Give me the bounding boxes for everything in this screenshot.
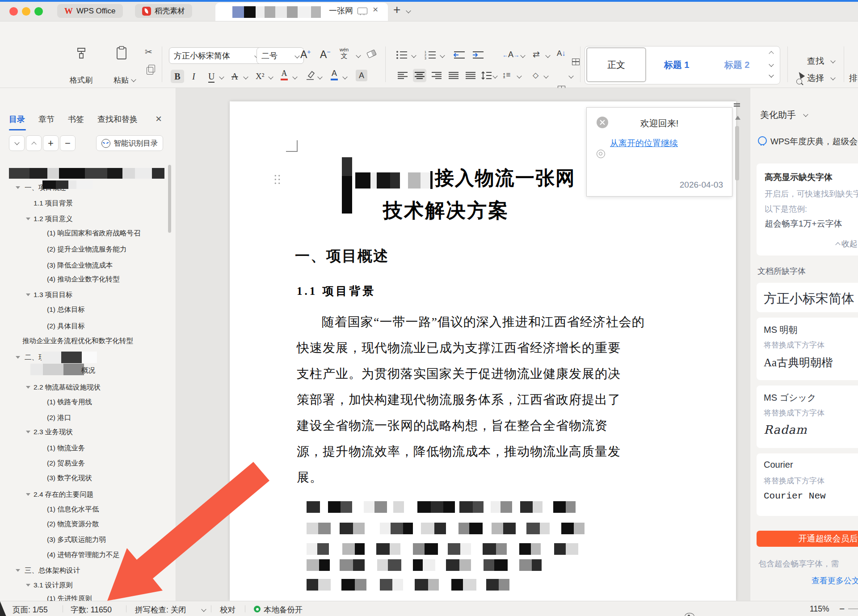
promo-tip[interactable]: WPS年度庆典，超级会员买 (770, 136, 858, 147)
font-name-select[interactable]: 方正小标宋简体 (169, 47, 264, 64)
align-right-icon[interactable] (430, 69, 443, 82)
zoom-out-button[interactable]: − (839, 603, 845, 614)
panel-header-chevron-icon[interactable] (803, 112, 808, 117)
zoom-window-button[interactable] (34, 7, 43, 16)
toc-item[interactable]: 2.4 存在的主要问题 (0, 489, 176, 500)
shading-chevron-icon[interactable] (543, 73, 548, 78)
nav-pages-icon[interactable] (734, 103, 740, 105)
toc-item[interactable]: (3) 多式联运能力弱 (0, 534, 176, 545)
copy-icon[interactable] (147, 67, 153, 75)
new-tab-chevron-icon[interactable] (406, 8, 411, 13)
borders-chevron-icon[interactable] (568, 73, 573, 78)
align-center-icon[interactable] (413, 69, 426, 82)
minimize-window-button[interactable] (22, 7, 30, 16)
superscript-chevron-icon[interactable] (268, 74, 273, 79)
select-chevron-icon[interactable] (830, 75, 835, 80)
toc-item[interactable]: (2) 港口 (0, 412, 176, 423)
align-justify-icon[interactable] (447, 69, 460, 82)
font-card[interactable]: Courier将替换成下方字体Courier New (757, 453, 858, 516)
bullet-list-icon[interactable] (396, 50, 408, 60)
toc-item[interactable]: (2) 具体目标 (0, 321, 176, 331)
align-distribute-icon[interactable] (464, 69, 477, 82)
font-card[interactable]: 方正小标宋简体 (757, 283, 858, 312)
bold-button[interactable]: B (171, 70, 184, 83)
toc-item[interactable]: (1) 铁路专用线 (0, 397, 176, 407)
find-button[interactable]: 查找 (807, 55, 824, 67)
toc-item[interactable]: (1) 信息化水平低 (0, 504, 176, 515)
expand-triangle-icon[interactable] (16, 356, 20, 359)
toc-item[interactable]: (1) 先进性原则 (0, 593, 176, 601)
toc-item[interactable]: (2) 物流资源分散 (0, 519, 176, 529)
style-cell[interactable]: 标题 2 (709, 47, 765, 82)
toc-item[interactable]: (1) 响应国家和省政府战略号召 (0, 228, 176, 239)
toc-item[interactable]: 1.3 项目目标 (0, 289, 176, 300)
find-chevron-icon[interactable] (830, 58, 835, 63)
backup-status[interactable]: 本地备份开 (264, 604, 303, 615)
bullet-list-chevron-icon[interactable] (411, 53, 416, 58)
toc-item[interactable]: 1.1 项目背景 (0, 198, 176, 209)
numbered-list-icon[interactable]: 123 (425, 50, 436, 60)
panel-header[interactable]: 美化助手 (760, 109, 796, 121)
expand-triangle-icon[interactable] (26, 584, 30, 587)
font-card[interactable]: MS 明朝将替换成下方字体Aa古典明朝楷 (757, 318, 858, 380)
sort-icon[interactable]: A↓ (557, 49, 566, 58)
scroll-up-icon[interactable] (735, 116, 740, 120)
highlight-chevron-icon[interactable] (317, 74, 322, 79)
expand-triangle-icon[interactable] (16, 186, 20, 189)
toc-item[interactable]: (4) 推动企业数字化转型 (0, 274, 176, 285)
expand-triangle-icon[interactable] (26, 493, 30, 496)
char-shading-button[interactable]: A (356, 70, 367, 81)
phonetic-chevron-icon[interactable] (356, 53, 361, 58)
phonetic-guide-icon[interactable]: wén文 (340, 47, 349, 59)
select-button[interactable]: 选择 (807, 72, 824, 84)
char-scale-chevron-icon[interactable] (520, 53, 525, 58)
toc-item[interactable]: 2.2 物流基础设施现状 (0, 382, 176, 393)
underline-button[interactable]: U (208, 71, 214, 83)
toc-item[interactable]: (3) 数字化现状 (0, 473, 176, 483)
document-scrollbar[interactable] (735, 126, 739, 180)
numbered-list-chevron-icon[interactable] (440, 53, 445, 58)
toc-item[interactable]: 三、总体架构设计 (0, 565, 176, 576)
strikethrough-button[interactable]: A (231, 71, 238, 82)
close-document-tab-icon[interactable]: × (373, 5, 378, 14)
more-fonts-link[interactable]: 查看更多公文字体 (812, 575, 858, 586)
font-size-select[interactable]: 二号 (257, 47, 304, 64)
new-tab-button[interactable]: + (393, 3, 400, 17)
paragraph-drag-handle[interactable] (273, 174, 281, 185)
shading-icon[interactable]: ◇ (533, 71, 538, 80)
toc-item[interactable]: 2.3 业务现状 (0, 427, 176, 437)
highlight-icon[interactable] (305, 70, 315, 80)
word-count[interactable]: 字数: 11650 (71, 604, 112, 615)
toc-item[interactable]: 概况 (0, 365, 176, 376)
upgrade-member-button[interactable]: 开通超级会员后 (757, 531, 858, 547)
paste-icon[interactable] (115, 46, 128, 60)
font-card[interactable]: MS ゴシック将替换成下方字体Radam (757, 386, 858, 448)
close-window-button[interactable] (9, 7, 18, 16)
format-painter-icon[interactable] (75, 46, 88, 60)
expand-triangle-icon[interactable] (26, 293, 30, 296)
font-color-chevron-icon[interactable] (292, 74, 297, 79)
toc-item[interactable]: (2) 提升企业物流服务能力 (0, 244, 176, 255)
toc-item[interactable]: (2) 贸易业务 (0, 458, 176, 469)
italic-button[interactable]: I (192, 71, 195, 82)
toc-item[interactable]: (4) 进销存管理能力不足 (0, 549, 176, 560)
spellcheck-status[interactable]: 拼写检查: 关闭 (135, 604, 186, 615)
decrease-indent-icon[interactable] (453, 50, 466, 60)
char-color-button[interactable]: A (331, 69, 338, 80)
char-color-chevron-icon[interactable] (342, 74, 347, 79)
line-spacing-chevron-icon[interactable] (492, 73, 497, 78)
zoom-level[interactable]: 115% (810, 604, 829, 614)
style-cell[interactable]: 正文 (586, 47, 646, 82)
eye-protect-icon[interactable] (685, 613, 694, 616)
overflow-button[interactable]: 排 (849, 72, 858, 84)
resume-position-link[interactable]: 从离开的位置继续 (610, 138, 678, 149)
text-direction-icon[interactable]: ⇄ (533, 49, 540, 59)
align-left-icon[interactable] (396, 69, 409, 82)
tab-stops-icon[interactable]: ↨≡ (502, 71, 510, 80)
zoom-slider[interactable] (848, 608, 858, 609)
sidebar-scrollbar[interactable] (168, 165, 171, 233)
clear-format-icon[interactable] (366, 50, 377, 59)
underline-chevron-icon[interactable] (219, 74, 224, 79)
increase-indent-icon[interactable] (472, 50, 484, 60)
show-marks-icon[interactable] (572, 59, 580, 65)
